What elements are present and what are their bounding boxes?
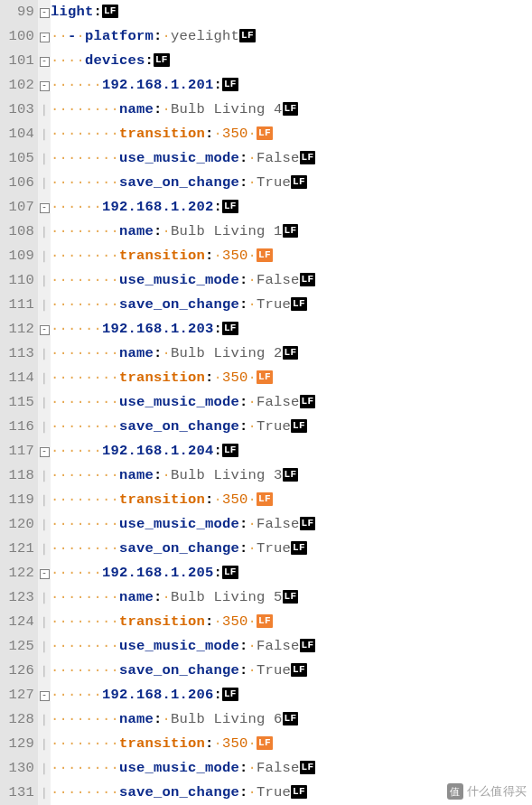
line-ending-lf-icon: LF	[222, 78, 238, 91]
whitespace-dots: ·	[248, 370, 257, 386]
fold-guide-icon: │	[42, 593, 48, 604]
code-line[interactable]: ········transition:·350·LF	[51, 488, 532, 512]
code-line[interactable]: ····devices:LF	[51, 49, 532, 73]
whitespace-dots: ········	[51, 491, 119, 508]
code-line[interactable]: ········use_music_mode:·FalseLF	[51, 512, 532, 537]
code-line[interactable]: ········name:·Bulb Living 3LF	[51, 463, 532, 488]
yaml-key: 192.168.1.205	[102, 565, 214, 581]
whitespace-dots: ········	[51, 589, 119, 605]
yaml-colon: :	[154, 28, 163, 44]
code-line[interactable]: ······192.168.1.205:LF	[51, 561, 532, 585]
fold-guide-icon: │	[42, 495, 48, 506]
yaml-colon: :	[205, 370, 214, 386]
whitespace-dots: ········	[51, 370, 119, 386]
line-number: 128	[2, 707, 34, 732]
yaml-colon: :	[154, 467, 163, 483]
line-number: 127	[2, 683, 34, 707]
code-line[interactable]: ········name:·Bulb Living 4LF	[51, 98, 532, 122]
code-line[interactable]: ········save_on_change:·TrueLF	[51, 171, 532, 195]
line-number: 104	[2, 122, 34, 146]
code-line[interactable]: ········save_on_change:·TrueLF	[51, 659, 532, 683]
code-line[interactable]: ······192.168.1.206:LF	[51, 683, 532, 707]
code-line[interactable]: ········name:·Bulb Living 1LF	[51, 220, 532, 244]
watermark-icon: 值	[447, 783, 463, 800]
code-line[interactable]: ··-·platform:·yeelightLF	[51, 24, 532, 49]
line-number: 131	[2, 781, 34, 805]
code-line[interactable]: ········use_music_mode:·FalseLF	[51, 146, 532, 171]
line-ending-lf-icon: LF	[102, 5, 118, 18]
whitespace-dots: ········	[51, 101, 119, 117]
line-number: 121	[2, 537, 34, 561]
yaml-colon: :	[205, 248, 214, 264]
whitespace-dots: ·	[163, 589, 172, 605]
code-line[interactable]: light:LF	[51, 0, 532, 24]
code-line[interactable]: ········transition:·350·LF	[51, 122, 532, 146]
fold-toggle-icon[interactable]: -	[40, 203, 50, 213]
line-ending-lf-icon: LF	[283, 224, 299, 238]
fold-toggle-icon[interactable]: -	[40, 447, 50, 457]
fold-guide-icon: │	[42, 715, 48, 725]
code-line[interactable]: ········transition:·350·LF	[51, 366, 532, 390]
whitespace-dots: ········	[51, 784, 119, 800]
code-line[interactable]: ······192.168.1.204:LF	[51, 439, 532, 463]
code-area[interactable]: light:LF··-·platform:·yeelightLF····devi…	[51, 0, 532, 805]
line-number: 116	[2, 415, 34, 439]
code-line[interactable]: ······192.168.1.201:LF	[51, 73, 532, 98]
line-number: 99	[2, 0, 34, 24]
yaml-key: save_on_change	[119, 662, 239, 679]
whitespace-dots: ········	[51, 174, 119, 191]
yaml-key: name	[119, 101, 154, 117]
fold-toggle-icon[interactable]: -	[40, 325, 50, 335]
fold-toggle-icon[interactable]: -	[40, 8, 50, 18]
code-line[interactable]: ········use_music_mode:·FalseLF	[51, 390, 532, 415]
whitespace-dots: ·	[163, 28, 172, 44]
yaml-key: name	[119, 467, 154, 483]
code-line[interactable]: ········transition:·350·LF	[51, 610, 532, 634]
code-line[interactable]: ········save_on_change:·TrueLF	[51, 415, 532, 439]
code-line[interactable]: ········use_music_mode:·FalseLF	[51, 634, 532, 659]
fold-guide-icon: │	[42, 398, 48, 408]
yaml-value: Bulb Living 4	[171, 101, 283, 117]
whitespace-dots: ·	[248, 248, 257, 264]
code-editor[interactable]: 9910010110210310410510610710810911011111…	[0, 0, 532, 805]
yaml-key: transition	[119, 735, 205, 752]
code-line[interactable]: ········transition:·350·LF	[51, 732, 532, 756]
yaml-colon: :	[154, 589, 163, 605]
code-line[interactable]: ········name:·Bulb Living 6LF	[51, 707, 532, 732]
yaml-colon: :	[154, 101, 163, 117]
yaml-value: Bulb Living 6	[171, 711, 283, 727]
code-line[interactable]: ······192.168.1.202:LF	[51, 195, 532, 220]
code-line[interactable]: ········name:·Bulb Living 5LF	[51, 585, 532, 610]
fold-toggle-icon[interactable]: -	[40, 57, 50, 67]
code-line[interactable]: ········transition:·350·LF	[51, 244, 532, 268]
line-number: 120	[2, 512, 34, 537]
fold-toggle-icon[interactable]: -	[40, 569, 50, 579]
yaml-colon: :	[205, 491, 214, 508]
line-ending-lf-icon: LF	[283, 346, 299, 360]
line-number: 113	[2, 342, 34, 366]
code-line[interactable]: ······192.168.1.203:LF	[51, 317, 532, 342]
fold-toggle-icon[interactable]: -	[40, 81, 50, 91]
whitespace-dots: ··	[51, 28, 68, 44]
code-line[interactable]: ········save_on_change:·TrueLF	[51, 537, 532, 561]
whitespace-dots: ·	[248, 784, 257, 800]
yaml-colon: :	[154, 345, 163, 361]
line-number: 106	[2, 171, 34, 195]
yaml-key: name	[119, 711, 154, 727]
whitespace-dots: ·	[248, 516, 257, 532]
fold-toggle-icon[interactable]: -	[40, 33, 50, 42]
code-line[interactable]: ········use_music_mode:·FalseLF	[51, 268, 532, 293]
code-line[interactable]: ········use_music_mode:·FalseLF	[51, 756, 532, 781]
line-ending-lf-icon: LF	[257, 248, 273, 262]
code-line[interactable]: ········save_on_change:·TrueLF	[51, 293, 532, 317]
code-line[interactable]: ········name:·Bulb Living 2LF	[51, 342, 532, 366]
yaml-colon: :	[239, 296, 248, 313]
line-ending-lf-icon: LF	[222, 322, 238, 335]
fold-guide-icon: │	[42, 739, 48, 750]
fold-toggle-icon[interactable]: -	[40, 691, 50, 701]
fold-gutter[interactable]: ----││││-││││-││││-││││-││││-││││	[38, 0, 51, 805]
whitespace-dots: ·	[214, 613, 223, 630]
watermark: 值 什么值得买	[447, 783, 527, 800]
yaml-value: False	[257, 272, 300, 288]
yaml-key: save_on_change	[119, 174, 239, 191]
